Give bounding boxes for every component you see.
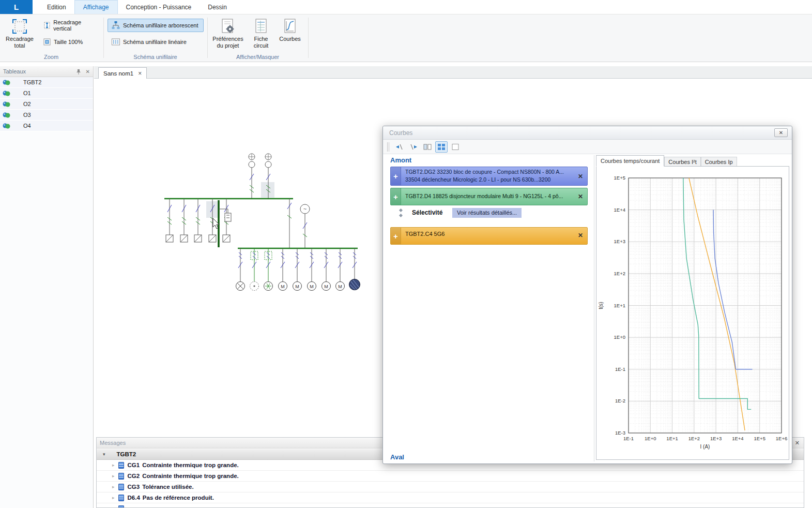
card-close-icon[interactable]: ✕ [578, 173, 583, 180]
message-row-partial[interactable]: ▸ [97, 503, 804, 508]
svg-text:I (A): I (A) [700, 444, 710, 450]
fit-vertical-icon [43, 21, 51, 29]
message-text: Contrainte thermique trop grande. [142, 473, 239, 479]
tableaux-item-o4[interactable]: O4 [0, 121, 93, 131]
tab-courbes-temps-courant[interactable]: Courbes temps/courant [596, 155, 664, 167]
schema-lineaire-button[interactable]: Schéma unifilaire linéaire [108, 35, 204, 49]
svg-text:1E+4: 1E+4 [732, 436, 743, 441]
tab-edition[interactable]: Edition [39, 0, 74, 14]
message-row[interactable]: ▸ CG2Contrainte thermique trop grande. [97, 471, 804, 482]
time-current-chart[interactable]: 1E+51E+41E+31E+21E+11E+01E-11E-21E-31E-1… [596, 167, 788, 458]
amont-label: Amont [390, 156, 411, 164]
courbes-window-title: Courbes [389, 129, 412, 137]
svg-text:M: M [338, 284, 342, 289]
tableaux-item-o2[interactable]: O2 [0, 99, 93, 110]
add-downstream-curve-button[interactable] [407, 141, 420, 153]
tab-affichage[interactable]: Affichage [74, 0, 118, 14]
schema-arborescent-button[interactable]: Schéma unifilaire arborescent [108, 19, 204, 32]
table-icon [3, 79, 10, 86]
blank-background-button[interactable] [449, 141, 462, 153]
diamond-bullet-icon [399, 208, 403, 212]
add-upstream-curve-icon [395, 143, 404, 151]
message-doc-icon [118, 505, 124, 508]
selectivity-details-link[interactable]: Voir résultats détaillés... [452, 208, 522, 218]
table-icon [3, 123, 10, 129]
card-close-icon[interactable]: ✕ [578, 232, 583, 239]
app-logo[interactable]: L [0, 0, 33, 14]
expand-plus-icon[interactable]: + [391, 188, 401, 205]
svg-text:1E+0: 1E+0 [645, 436, 656, 441]
ribbon-group-label-afficher: Afficher/Masquer [208, 54, 308, 60]
svg-text:1E+2: 1E+2 [688, 436, 700, 441]
grid-view-button[interactable] [435, 141, 448, 153]
tableaux-item-label: TGBT2 [23, 79, 41, 85]
toolbar-grip[interactable] [387, 142, 389, 152]
messages-title: Messages [100, 440, 126, 446]
add-downstream-curve-icon [409, 143, 418, 151]
message-row[interactable]: ▸ D6.4Pas de référence produit. [97, 492, 804, 503]
collapse-icon[interactable]: ▾ [103, 452, 105, 457]
tab-courbes-ip[interactable]: Courbes Ip [701, 157, 737, 167]
expand-plus-icon[interactable]: + [391, 228, 401, 244]
pin-icon[interactable] [76, 69, 81, 74]
document-tab[interactable]: Sans nom1 × [98, 67, 147, 79]
recadrage-total-button[interactable]: Recadrage total [3, 16, 36, 53]
recadrage-vertical-button[interactable]: Recadrage vertical [39, 19, 102, 32]
upstream-device-card-dg2[interactable]: + TGBT2.DG2 33230 bloc de coupure - Comp… [390, 167, 588, 186]
tree-diagram-icon [111, 21, 120, 30]
tableaux-item-label: O2 [23, 101, 31, 107]
upstream-device-card-d4[interactable]: + TGBT2.D4 18825 disjoncteur modulaire M… [390, 188, 588, 205]
courbes-button[interactable]: Courbes [277, 16, 303, 53]
fit-view-icon [12, 19, 27, 34]
ribbon-group-label-schema: Schéma unifilaire [104, 54, 207, 60]
message-text: Contrainte thermique trop grande. [142, 462, 239, 468]
expand-icon[interactable]: ▸ [112, 484, 115, 489]
expand-icon[interactable]: ▸ [112, 506, 115, 508]
cable-card-c4[interactable]: + TGBT2.C4 5G6 ✕ [390, 227, 588, 245]
curves-icon [283, 19, 297, 34]
svg-text:1E+5: 1E+5 [754, 436, 765, 441]
tab-close-icon[interactable]: × [138, 70, 142, 77]
courbes-titlebar[interactable]: Courbes [383, 126, 792, 140]
tab-conception-puissance[interactable]: Conception - Puissance [118, 0, 200, 14]
messages-close-icon[interactable]: ✕ [795, 440, 800, 446]
expand-icon[interactable]: ▸ [112, 462, 115, 468]
ribbon: Recadrage total Recadrage vertical Taill… [0, 14, 812, 62]
fiche-circuit-button[interactable]: Fiche circuit [247, 16, 275, 53]
table-icon [3, 112, 10, 118]
svg-text:1E+1: 1E+1 [614, 303, 625, 308]
tableaux-item-o1[interactable]: O1 [0, 88, 93, 99]
tab-courbes-i2t[interactable]: Courbes I²t [664, 157, 700, 167]
expand-icon[interactable]: ▸ [112, 495, 115, 500]
svg-text:1E+6: 1E+6 [776, 436, 787, 441]
tab-dessin[interactable]: Dessin [200, 0, 235, 14]
expand-icon[interactable]: ▸ [112, 473, 115, 479]
aval-label: Aval [390, 453, 404, 461]
tableaux-item-tgbt2[interactable]: TGBT2 [0, 77, 93, 88]
expand-plus-icon[interactable]: + [391, 167, 401, 185]
taille-100-button[interactable]: Taille 100% [39, 35, 102, 49]
close-icon: ✕ [779, 130, 783, 136]
message-doc-icon [118, 462, 124, 469]
svg-text:M: M [295, 284, 299, 289]
message-code: CG3 [128, 484, 140, 490]
card-close-icon[interactable]: ✕ [578, 193, 583, 200]
tableaux-item-label: O4 [23, 123, 31, 129]
device-card-line1: TGBT2.C4 5G6 [405, 231, 445, 237]
preferences-projet-button[interactable]: Préférences du projet [211, 16, 245, 53]
tableaux-item-label: O3 [23, 112, 31, 118]
tile-view-button[interactable] [421, 141, 434, 153]
single-line-diagram[interactable]: ~MMMMM [155, 151, 372, 301]
add-upstream-curve-button[interactable] [393, 141, 406, 153]
message-row[interactable]: ▸ CG3Tolérance utilisée. [97, 482, 804, 492]
tableaux-item-label: O1 [23, 90, 31, 96]
curves-chart-area[interactable]: 1E+51E+41E+31E+21E+11E+01E-11E-21E-31E-1… [596, 166, 789, 460]
message-code: CG1 [128, 462, 140, 468]
tableaux-item-o3[interactable]: O3 [0, 110, 93, 121]
curves-tabs: Courbes temps/courant Courbes I²t Courbe… [596, 156, 737, 167]
courbes-close-button[interactable]: ✕ [774, 128, 788, 137]
message-doc-icon [118, 473, 124, 480]
recadrage-total-label-2: total [14, 42, 25, 49]
app-window: L Edition Affichage Conception - Puissan… [0, 0, 812, 508]
tableaux-close-icon[interactable]: ✕ [86, 69, 90, 74]
